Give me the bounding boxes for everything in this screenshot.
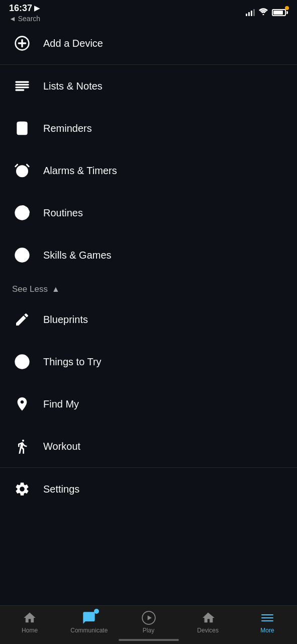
nav-devices-label: Devices (197, 627, 219, 634)
nav-more[interactable]: More (238, 611, 297, 634)
nav-communicate[interactable]: Communicate (59, 611, 119, 634)
chevron-up-icon: ▲ (52, 285, 60, 294)
settings-item[interactable]: Settings (0, 468, 297, 510)
status-right (246, 8, 288, 17)
see-less-button[interactable]: See Less ▲ (0, 276, 297, 298)
more-line-3 (261, 620, 273, 621)
time-display: 16:37 (9, 3, 32, 14)
lists-notes-item[interactable]: Lists & Notes (0, 65, 297, 107)
routines-icon (12, 203, 32, 223)
routines-item[interactable]: Routines (0, 192, 297, 234)
add-device-label: Add a Device (43, 38, 103, 49)
svg-point-18 (22, 440, 24, 442)
status-time: 16:37 ▶ (9, 3, 40, 14)
nav-devices[interactable]: Devices (178, 611, 238, 634)
more-line-1 (261, 614, 273, 615)
plus-circle-icon (12, 33, 32, 53)
pencil-icon (12, 309, 32, 330)
things-to-try-item[interactable]: Things to Try (0, 341, 297, 383)
see-less-text: See Less (12, 284, 48, 294)
reminders-label: Reminders (43, 123, 92, 134)
wifi-icon (259, 8, 268, 17)
home-nav-icon (23, 611, 37, 625)
nav-home[interactable]: Home (0, 611, 59, 634)
status-left: 16:37 ▶ ◄ Search (9, 3, 40, 23)
more-line-2 (261, 617, 273, 618)
location-arrow-icon: ▶ (34, 4, 40, 12)
nav-communicate-label: Communicate (70, 627, 108, 634)
skills-games-label: Skills & Games (43, 250, 112, 261)
settings-label: Settings (43, 484, 79, 495)
signal-bars-icon (246, 9, 255, 16)
status-bar: 16:37 ▶ ◄ Search (0, 0, 297, 22)
list-icon (12, 76, 32, 96)
routines-label: Routines (43, 207, 83, 219)
home-indicator (119, 639, 179, 641)
compass-icon (12, 352, 32, 372)
workout-label: Workout (43, 441, 80, 452)
bottom-nav: Home Communicate Play Devices (0, 605, 297, 644)
find-my-label: Find My (43, 398, 79, 410)
lists-notes-label: Lists & Notes (43, 80, 103, 92)
find-my-item[interactable]: Find My (0, 383, 297, 425)
reminders-item[interactable]: Reminders (0, 107, 297, 149)
clipboard-check-icon (12, 118, 32, 138)
nav-play-label: Play (143, 627, 154, 634)
blueprints-label: Blueprints (43, 314, 88, 326)
things-to-try-label: Things to Try (43, 356, 102, 368)
svg-point-15 (22, 255, 23, 256)
add-device-section: Add a Device (0, 22, 297, 65)
alarms-timers-item[interactable]: Alarms & Timers (0, 149, 297, 192)
location-pin-icon (12, 394, 32, 414)
workout-item[interactable]: Workout (0, 425, 297, 467)
skills-games-item[interactable]: Skills & Games (0, 234, 297, 276)
blueprints-item[interactable]: Blueprints (0, 298, 297, 341)
running-icon (12, 436, 32, 456)
devices-nav-icon (201, 611, 215, 625)
svg-point-0 (263, 14, 264, 16)
alarms-timers-label: Alarms & Timers (43, 165, 117, 177)
nav-more-label: More (260, 627, 274, 634)
search-label[interactable]: ◄ Search (9, 15, 40, 23)
nav-home-label: Home (22, 627, 38, 634)
skills-icon (12, 245, 32, 265)
battery-icon (272, 9, 288, 16)
more-nav-icon (260, 611, 274, 625)
play-nav-icon (142, 611, 156, 625)
nav-play[interactable]: Play (119, 611, 178, 634)
gear-icon (12, 479, 32, 499)
communicate-nav-icon (82, 611, 96, 625)
add-device-item[interactable]: Add a Device (0, 22, 297, 64)
alarm-clock-icon (12, 160, 32, 181)
svg-marker-20 (147, 615, 151, 620)
communicate-badge (94, 609, 99, 614)
